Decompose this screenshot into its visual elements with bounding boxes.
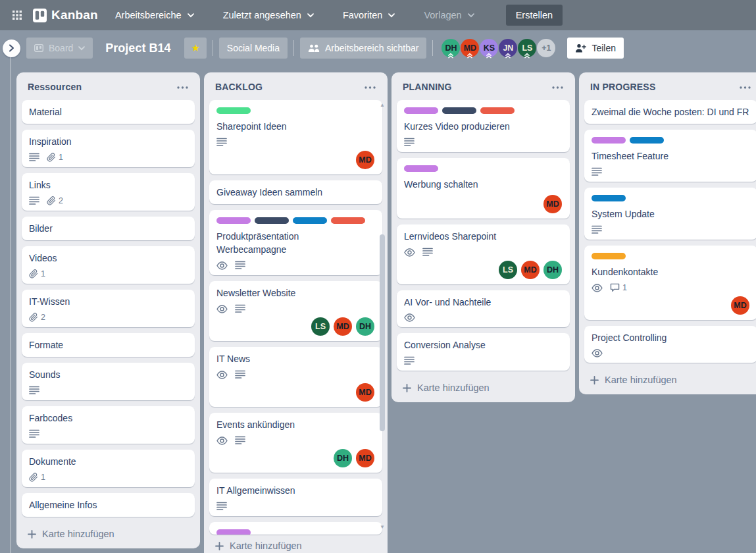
card[interactable]: Dokumente 1 [22, 450, 195, 487]
card[interactable]: Giveaway Ideen sammeln [209, 180, 382, 204]
card[interactable]: Sounds [22, 363, 195, 400]
card-badges: 1 [29, 269, 188, 278]
presence-badge-icon [466, 53, 474, 59]
scroll-up-arrow[interactable]: ▲ [378, 101, 386, 108]
add-card-button[interactable]: Karte hinzufügen [209, 535, 382, 553]
card[interactable]: Allgemeine Infos [22, 493, 195, 517]
card-label-purple [404, 165, 438, 172]
card[interactable]: Farbcodes [22, 406, 195, 444]
card[interactable]: Formate [22, 333, 195, 357]
card-labels [216, 529, 375, 535]
column-header: Ressourcen [22, 78, 195, 100]
plus-icon [215, 542, 224, 550]
card-label-navy [442, 107, 476, 114]
avatar[interactable]: JN [499, 39, 517, 57]
sidebar-splitter[interactable] [10, 57, 11, 553]
scroll-down-arrow[interactable]: ▼ [378, 523, 386, 530]
card-title: Sounds [29, 368, 188, 381]
card[interactable]: Newsletter Website LSMDDH [209, 281, 382, 341]
people-icon [308, 44, 320, 53]
card[interactable]: Lernvideos Sharepoint LSMDDH [397, 224, 570, 284]
scrollbar-thumb[interactable] [380, 234, 385, 431]
card-member-avatar[interactable]: MD [334, 317, 352, 336]
card-badges: 2 [29, 196, 188, 205]
app-logo[interactable]: Kanban [33, 8, 98, 22]
card-member-avatar[interactable]: LS [499, 261, 517, 279]
add-card-button[interactable]: Karte hinzufügen [584, 369, 756, 389]
share-button[interactable]: Teilen [567, 38, 624, 59]
create-button[interactable]: Erstellen [506, 5, 563, 26]
card[interactable]: System Update [584, 188, 756, 240]
card[interactable]: Produktpräsentation Werbecampagne [209, 210, 382, 275]
avatar-initials: LS [522, 43, 532, 53]
visibility-button[interactable]: Arbeitsbereich sichtbar [300, 38, 426, 59]
card[interactable]: Werbung schalten MD [397, 158, 570, 219]
card[interactable]: Inspiration 1 [22, 130, 195, 167]
card[interactable]: Links 2 [22, 173, 195, 211]
card[interactable]: IT News MD [209, 347, 382, 407]
expand-sidebar-button[interactable] [3, 40, 20, 57]
card-title: Giveaway Ideen sammeln [216, 186, 375, 199]
card-member-avatar[interactable]: DH [334, 449, 352, 467]
avatar[interactable]: +1 [537, 39, 555, 57]
avatar[interactable]: KS [480, 39, 498, 57]
card[interactable]: Videos 1 [22, 246, 195, 284]
nav-menu-item-label: Favoriten [343, 10, 382, 20]
card[interactable]: Project Controlling [584, 326, 756, 363]
workspace-button[interactable]: Social Media [219, 38, 288, 59]
add-card-label: Karte hinzufügen [230, 540, 302, 551]
column-menu-button[interactable] [551, 86, 565, 89]
avatar[interactable]: LS [518, 39, 536, 57]
column-menu-button[interactable] [738, 86, 752, 89]
card-member-avatar[interactable]: MD [356, 383, 374, 402]
card-label-green [216, 107, 251, 114]
card[interactable]: Kundenkontakte 1 MD [584, 246, 756, 320]
presence-badge-icon [447, 53, 455, 59]
card[interactable]: IT-Wissen 2 [22, 290, 195, 327]
add-card-button[interactable]: Karte hinzufügen [22, 523, 195, 543]
chevron-down-icon [78, 46, 85, 51]
header-divider [293, 40, 294, 56]
card-members: LSMDDH [216, 317, 375, 336]
column-menu-button[interactable] [363, 86, 377, 89]
card[interactable]: IT Allgemeinwissen [209, 479, 382, 516]
board-view-button[interactable]: Board [26, 38, 93, 59]
card[interactable]: Events ankündigen DHMD [209, 413, 382, 473]
nav-menu-item[interactable]: Vorlagen [424, 5, 474, 26]
attachment-count: 2 [59, 197, 63, 205]
ellipsis-icon [177, 86, 188, 89]
column-header: BACKLOG [209, 78, 382, 100]
card-title: Material [29, 105, 188, 118]
card-member-avatar[interactable]: MD [731, 296, 749, 315]
card[interactable] [209, 522, 382, 535]
card[interactable]: Zweimal die Woche posten: DI und FR [584, 100, 756, 124]
nav-menu: Arbeitsbereiche Zuletzt angesehen Favori… [115, 5, 503, 26]
card[interactable]: Bilder [22, 217, 195, 240]
card-member-avatar[interactable]: MD [543, 195, 562, 213]
card-member-avatar[interactable]: MD [356, 449, 374, 467]
card[interactable]: Sharepoint Ideen MD [209, 100, 382, 174]
nav-menu-item[interactable]: Zuletzt angesehen [223, 5, 314, 26]
card[interactable]: Material [22, 100, 195, 124]
add-card-button[interactable]: Karte hinzufügen [397, 377, 570, 397]
card[interactable]: Kurzes Video produzieren [397, 100, 570, 152]
card-member-avatar[interactable]: DH [543, 261, 562, 279]
avatar[interactable]: DH [441, 39, 460, 57]
card[interactable]: Timesheet Feature [584, 130, 756, 182]
card[interactable]: Conversion Analyse [397, 333, 570, 371]
card-member-avatar[interactable]: MD [356, 151, 374, 169]
chevron-right-icon [9, 44, 14, 52]
card-title: Sharepoint Ideen [216, 120, 375, 133]
avatar[interactable]: MD [461, 39, 479, 57]
card[interactable]: AI Vor- und Nachteile [397, 290, 570, 327]
star-board-button[interactable]: ★ [184, 38, 206, 59]
attachment-count: 1 [41, 473, 45, 482]
board-column: Ressourcen Material Inspiration [16, 72, 200, 548]
card-member-avatar[interactable]: DH [356, 317, 374, 336]
nav-menu-item[interactable]: Favoriten [343, 5, 395, 26]
app-grid-button[interactable] [7, 5, 28, 26]
card-member-avatar[interactable]: LS [311, 317, 330, 336]
card-member-avatar[interactable]: MD [521, 261, 540, 279]
nav-menu-item[interactable]: Arbeitsbereiche [115, 5, 194, 26]
column-menu-button[interactable] [176, 86, 189, 89]
